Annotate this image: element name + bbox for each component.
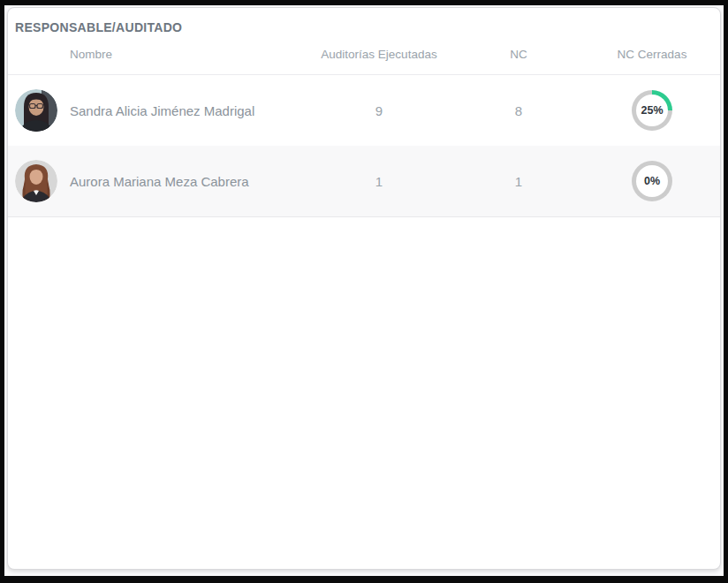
auditorias-ejecutadas-value: 1 [305, 174, 453, 189]
person-name: Sandra Alicia Jiménez Madrigal [70, 103, 254, 118]
table-row[interactable]: Aurora Mariana Meza Cabrera 1 1 0% [8, 146, 720, 217]
avatar [15, 160, 57, 202]
column-header-nc-cerradas: NC Cerradas [584, 48, 720, 61]
table-row[interactable]: Sandra Alicia Jiménez Madrigal 9 8 25% [8, 75, 720, 146]
nc-cerradas-progress-ring: 25% [632, 90, 672, 131]
nc-cerradas-percent-label: 25% [636, 95, 668, 126]
nc-cerradas-percent-label: 0% [636, 165, 668, 197]
column-header-nc: NC [453, 48, 584, 61]
panel-title: RESPONSABLE/AUDITADO [8, 8, 720, 41]
nc-value: 8 [453, 103, 584, 118]
nc-cerradas-progress-ring: 0% [632, 161, 672, 201]
responsable-auditado-panel: RESPONSABLE/AUDITADO Nombre Auditorías E… [7, 7, 721, 570]
person-name: Aurora Mariana Meza Cabrera [70, 174, 249, 189]
nc-value: 1 [453, 174, 584, 189]
column-header-nombre: Nombre [8, 48, 305, 61]
column-header-auditorias-ejecutadas: Auditorías Ejecutadas [305, 48, 453, 61]
page-background: RESPONSABLE/AUDITADO Nombre Auditorías E… [4, 5, 724, 576]
table-header-row: Nombre Auditorías Ejecutadas NC NC Cerra… [8, 41, 720, 75]
avatar [15, 89, 57, 132]
auditorias-ejecutadas-value: 9 [305, 103, 453, 118]
